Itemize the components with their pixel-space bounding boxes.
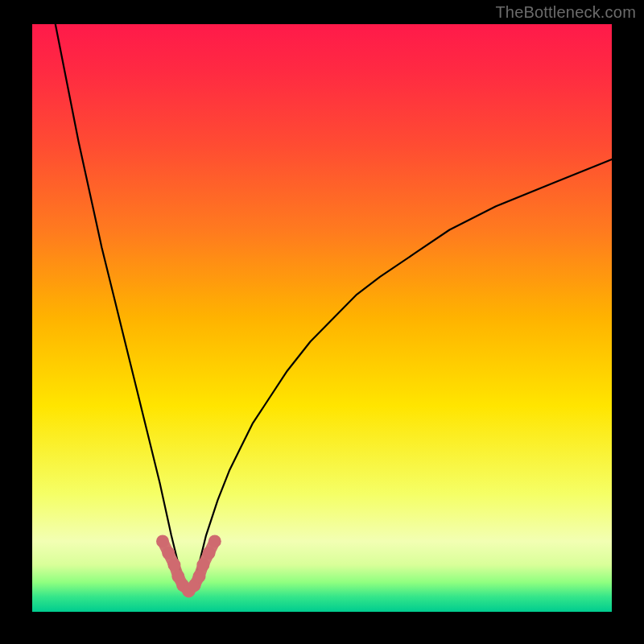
watermark-text: TheBottleneck.com [495, 3, 636, 22]
sweet-spot-point [192, 570, 205, 583]
bottleneck-chart [0, 0, 644, 644]
sweet-spot-point [156, 535, 169, 547]
sweet-spot-point [162, 547, 175, 559]
sweet-spot-point [203, 547, 216, 559]
chart-frame: TheBottleneck.com [0, 0, 644, 644]
sweet-spot-point [196, 559, 209, 572]
sweet-spot-point [167, 559, 180, 572]
sweet-spot-point [208, 535, 221, 547]
